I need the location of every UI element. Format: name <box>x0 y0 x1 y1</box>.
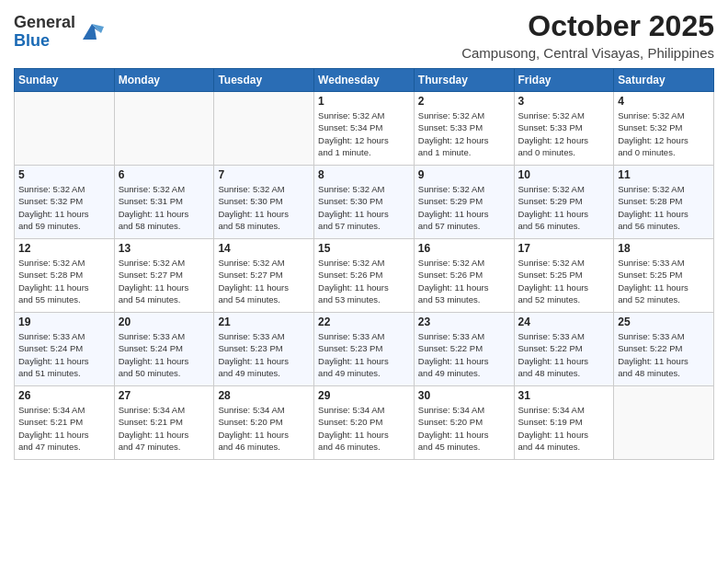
calendar-cell: 5Sunrise: 5:32 AMSunset: 5:32 PMDaylight… <box>15 166 115 239</box>
day-info: Sunrise: 5:32 AMSunset: 5:34 PMDaylight:… <box>318 109 410 158</box>
day-info: Sunrise: 5:32 AMSunset: 5:28 PMDaylight:… <box>18 257 110 305</box>
title-area: October 2025 Campusong, Central Visayas,… <box>461 9 714 61</box>
day-number: 25 <box>618 316 710 328</box>
weekday-header-wednesday: Wednesday <box>314 69 415 92</box>
day-info: Sunrise: 5:33 AMSunset: 5:24 PMDaylight:… <box>18 330 110 379</box>
day-number: 2 <box>418 95 510 108</box>
day-info: Sunrise: 5:33 AMSunset: 5:22 PMDaylight:… <box>618 330 710 379</box>
logo-blue: Blue <box>14 31 50 50</box>
day-number: 24 <box>518 316 610 328</box>
calendar-cell: 11Sunrise: 5:32 AMSunset: 5:28 PMDayligh… <box>614 166 714 239</box>
week-row-2: 5Sunrise: 5:32 AMSunset: 5:32 PMDaylight… <box>15 166 714 239</box>
week-row-1: 1Sunrise: 5:32 AMSunset: 5:34 PMDaylight… <box>15 92 714 166</box>
day-info: Sunrise: 5:32 AMSunset: 5:27 PMDaylight:… <box>119 257 210 305</box>
calendar-cell: 13Sunrise: 5:32 AMSunset: 5:27 PMDayligh… <box>114 239 214 313</box>
day-info: Sunrise: 5:32 AMSunset: 5:31 PMDaylight:… <box>119 183 210 232</box>
day-number: 30 <box>418 389 510 402</box>
day-info: Sunrise: 5:34 AMSunset: 5:20 PMDaylight:… <box>218 404 310 453</box>
weekday-header-friday: Friday <box>514 69 614 92</box>
day-number: 18 <box>618 242 710 255</box>
weekday-header-tuesday: Tuesday <box>214 69 314 92</box>
day-number: 8 <box>318 168 410 181</box>
calendar-cell: 14Sunrise: 5:32 AMSunset: 5:27 PMDayligh… <box>214 239 314 313</box>
calendar-cell <box>214 92 314 166</box>
calendar-cell: 3Sunrise: 5:32 AMSunset: 5:33 PMDaylight… <box>514 92 614 166</box>
calendar-cell: 7Sunrise: 5:32 AMSunset: 5:30 PMDaylight… <box>214 166 314 239</box>
day-number: 21 <box>218 316 310 328</box>
day-number: 29 <box>318 389 410 402</box>
day-info: Sunrise: 5:34 AMSunset: 5:20 PMDaylight:… <box>318 404 410 453</box>
day-info: Sunrise: 5:34 AMSunset: 5:20 PMDaylight:… <box>418 404 510 453</box>
calendar-cell: 1Sunrise: 5:32 AMSunset: 5:34 PMDaylight… <box>314 92 415 166</box>
calendar-cell: 24Sunrise: 5:33 AMSunset: 5:22 PMDayligh… <box>514 313 614 386</box>
calendar-cell: 15Sunrise: 5:32 AMSunset: 5:26 PMDayligh… <box>314 239 415 313</box>
calendar-cell: 26Sunrise: 5:34 AMSunset: 5:21 PMDayligh… <box>15 386 115 460</box>
calendar-cell: 2Sunrise: 5:32 AMSunset: 5:33 PMDaylight… <box>414 92 514 166</box>
day-info: Sunrise: 5:34 AMSunset: 5:19 PMDaylight:… <box>518 404 610 453</box>
weekday-header-saturday: Saturday <box>614 69 714 92</box>
calendar-cell: 30Sunrise: 5:34 AMSunset: 5:20 PMDayligh… <box>414 386 514 460</box>
calendar-cell: 27Sunrise: 5:34 AMSunset: 5:21 PMDayligh… <box>114 386 214 460</box>
week-row-5: 26Sunrise: 5:34 AMSunset: 5:21 PMDayligh… <box>15 386 714 460</box>
day-info: Sunrise: 5:33 AMSunset: 5:24 PMDaylight:… <box>119 330 210 379</box>
day-number: 11 <box>618 168 710 181</box>
weekday-header-thursday: Thursday <box>414 69 514 92</box>
day-info: Sunrise: 5:33 AMSunset: 5:23 PMDaylight:… <box>318 330 410 379</box>
header: General Blue October 2025 Campusong, Cen… <box>14 9 714 61</box>
calendar-cell: 29Sunrise: 5:34 AMSunset: 5:20 PMDayligh… <box>314 386 415 460</box>
day-number: 15 <box>318 242 410 255</box>
day-number: 7 <box>218 168 310 181</box>
day-info: Sunrise: 5:32 AMSunset: 5:29 PMDaylight:… <box>518 183 610 232</box>
calendar-cell: 31Sunrise: 5:34 AMSunset: 5:19 PMDayligh… <box>514 386 614 460</box>
day-info: Sunrise: 5:32 AMSunset: 5:33 PMDaylight:… <box>418 109 510 158</box>
logo: General Blue <box>14 14 106 51</box>
day-number: 6 <box>119 168 210 181</box>
day-number: 23 <box>418 316 510 328</box>
calendar-table: SundayMondayTuesdayWednesdayThursdayFrid… <box>14 68 714 460</box>
calendar-cell: 23Sunrise: 5:33 AMSunset: 5:22 PMDayligh… <box>414 313 514 386</box>
day-number: 16 <box>418 242 510 255</box>
logo-bird-icon <box>78 19 106 45</box>
calendar-cell: 9Sunrise: 5:32 AMSunset: 5:29 PMDaylight… <box>414 166 514 239</box>
day-number: 12 <box>18 242 110 255</box>
day-number: 4 <box>618 95 710 108</box>
day-info: Sunrise: 5:34 AMSunset: 5:21 PMDaylight:… <box>119 404 210 453</box>
day-info: Sunrise: 5:32 AMSunset: 5:26 PMDaylight:… <box>318 257 410 305</box>
day-info: Sunrise: 5:32 AMSunset: 5:29 PMDaylight:… <box>418 183 510 232</box>
calendar-cell: 19Sunrise: 5:33 AMSunset: 5:24 PMDayligh… <box>15 313 115 386</box>
day-number: 14 <box>218 242 310 255</box>
week-row-3: 12Sunrise: 5:32 AMSunset: 5:28 PMDayligh… <box>15 239 714 313</box>
day-number: 13 <box>119 242 210 255</box>
day-info: Sunrise: 5:32 AMSunset: 5:30 PMDaylight:… <box>218 183 310 232</box>
day-info: Sunrise: 5:33 AMSunset: 5:22 PMDaylight:… <box>418 330 510 379</box>
day-info: Sunrise: 5:34 AMSunset: 5:21 PMDaylight:… <box>18 404 110 453</box>
day-info: Sunrise: 5:33 AMSunset: 5:22 PMDaylight:… <box>518 330 610 379</box>
day-number: 20 <box>119 316 210 328</box>
calendar-cell <box>614 386 714 460</box>
calendar-cell: 8Sunrise: 5:32 AMSunset: 5:30 PMDaylight… <box>314 166 415 239</box>
day-number: 3 <box>518 95 610 108</box>
logo-general: General <box>14 13 75 31</box>
calendar-cell: 22Sunrise: 5:33 AMSunset: 5:23 PMDayligh… <box>314 313 415 386</box>
day-number: 10 <box>518 168 610 181</box>
day-info: Sunrise: 5:33 AMSunset: 5:25 PMDaylight:… <box>618 257 710 305</box>
day-info: Sunrise: 5:32 AMSunset: 5:28 PMDaylight:… <box>618 183 710 232</box>
day-number: 27 <box>119 389 210 402</box>
calendar-cell <box>114 92 214 166</box>
day-info: Sunrise: 5:32 AMSunset: 5:27 PMDaylight:… <box>218 257 310 305</box>
day-number: 5 <box>18 168 110 181</box>
day-number: 9 <box>418 168 510 181</box>
calendar-cell: 10Sunrise: 5:32 AMSunset: 5:29 PMDayligh… <box>514 166 614 239</box>
day-number: 22 <box>318 316 410 328</box>
day-info: Sunrise: 5:32 AMSunset: 5:30 PMDaylight:… <box>318 183 410 232</box>
calendar-cell: 28Sunrise: 5:34 AMSunset: 5:20 PMDayligh… <box>214 386 314 460</box>
calendar-cell: 6Sunrise: 5:32 AMSunset: 5:31 PMDaylight… <box>114 166 214 239</box>
day-info: Sunrise: 5:32 AMSunset: 5:33 PMDaylight:… <box>518 109 610 158</box>
day-number: 26 <box>18 389 110 402</box>
calendar-cell: 25Sunrise: 5:33 AMSunset: 5:22 PMDayligh… <box>614 313 714 386</box>
week-row-4: 19Sunrise: 5:33 AMSunset: 5:24 PMDayligh… <box>15 313 714 386</box>
weekday-header-row: SundayMondayTuesdayWednesdayThursdayFrid… <box>15 69 714 92</box>
day-info: Sunrise: 5:32 AMSunset: 5:32 PMDaylight:… <box>618 109 710 158</box>
calendar-cell: 17Sunrise: 5:32 AMSunset: 5:25 PMDayligh… <box>514 239 614 313</box>
day-number: 28 <box>218 389 310 402</box>
